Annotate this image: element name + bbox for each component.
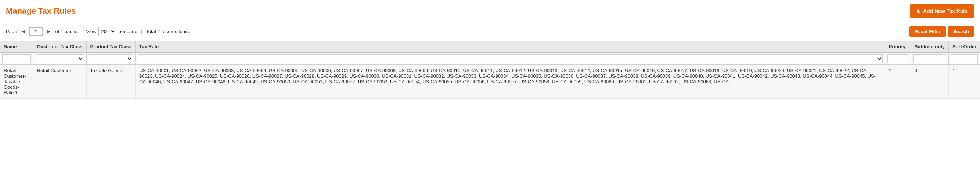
toolbar: Page ◀ ▶ of 1 pages | View 10 20 50 100 … (0, 22, 980, 41)
filter-cell-priority (885, 53, 911, 65)
filter-input-name[interactable] (2, 54, 31, 63)
cell-name: Retail Customer-Taxable Goods-Rate 1 (0, 65, 33, 99)
filter-select-customer-tax-class[interactable] (36, 54, 84, 63)
page-title: Manage Tax Rules (6, 6, 76, 16)
plus-icon: ⊕ (916, 8, 921, 14)
filter-cell-product-tax-class (86, 53, 135, 65)
view-label: View (86, 29, 96, 34)
cell-priority: 1 (885, 65, 911, 99)
table-header-row: Name Customer Tax Class Product Tax Clas… (0, 41, 980, 53)
filter-input-priority[interactable] (888, 54, 908, 63)
filter-cell-name (0, 53, 33, 65)
filter-cell-subtotal-only (911, 53, 948, 65)
cell-subtotal-only: 0 (911, 65, 948, 99)
table-container: Name Customer Tax Class Product Tax Clas… (0, 41, 980, 99)
search-button[interactable]: Search (948, 26, 974, 37)
cell-customer-tax-class: Retail Customer (33, 65, 86, 99)
col-header-priority: Priority (885, 41, 911, 53)
next-page-button[interactable]: ▶ (45, 27, 53, 35)
per-page-select[interactable]: 10 20 50 100 200 (99, 27, 116, 36)
filter-input-subtotal-only[interactable] (913, 54, 946, 63)
col-header-tax-rate: Tax Rate (135, 41, 885, 53)
col-header-customer-tax-class: Customer Tax Class (33, 41, 86, 53)
filter-select-tax-rate[interactable] (138, 54, 883, 63)
total-records-label: Total 2 records found (146, 29, 190, 34)
add-new-tax-rule-button[interactable]: ⊕ Add New Tax Rule (910, 5, 974, 18)
filter-cell-customer-tax-class (33, 53, 86, 65)
page-header: Manage Tax Rules ⊕ Add New Tax Rule (0, 0, 980, 22)
col-header-subtotal-only: Subtotal only (911, 41, 948, 53)
prev-page-button[interactable]: ◀ (19, 27, 27, 35)
separator-2: | (141, 29, 142, 34)
filter-input-sort-order[interactable] (951, 54, 978, 63)
toolbar-left: Page ◀ ▶ of 1 pages | View 10 20 50 100 … (6, 27, 191, 36)
tax-rules-table: Name Customer Tax Class Product Tax Clas… (0, 41, 980, 99)
filter-row (0, 53, 980, 65)
filter-cell-sort-order (948, 53, 980, 65)
col-header-name: Name (0, 41, 33, 53)
per-page-label: per page (118, 29, 137, 34)
page-label: Page (6, 29, 17, 34)
cell-product-tax-class: Taxable Goods (86, 65, 135, 99)
separator-1: | (81, 29, 82, 34)
add-new-tax-rule-label: Add New Tax Rule (923, 8, 967, 14)
cell-tax-rate: US-CA-90001, US-CA-90002, US-CA-90003, U… (135, 65, 885, 99)
page-number-input[interactable] (29, 27, 43, 36)
toolbar-right: Reset Filter Search (910, 26, 974, 37)
col-header-sort-order: Sort Order (948, 41, 980, 53)
filter-select-product-tax-class[interactable] (89, 54, 133, 63)
reset-filter-button[interactable]: Reset Filter (910, 26, 946, 37)
cell-sort-order: 1 (948, 65, 980, 99)
of-pages-label: of 1 pages (55, 29, 78, 34)
table-row: Retail Customer-Taxable Goods-Rate 1 Ret… (0, 65, 980, 99)
col-header-product-tax-class: Product Tax Class (86, 41, 135, 53)
filter-cell-tax-rate (135, 53, 885, 65)
